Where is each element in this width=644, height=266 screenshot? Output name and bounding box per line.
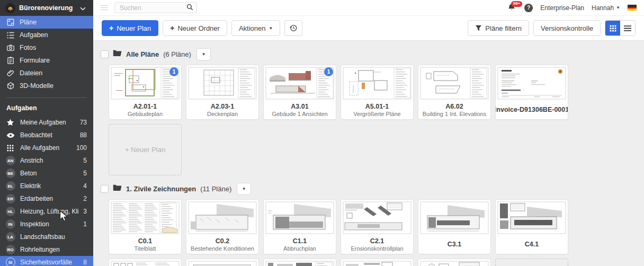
section-plan-count: (6 Pläne)	[163, 50, 191, 58]
plan-card[interactable]: C1.1 Abbruchplan	[263, 199, 336, 254]
task-item-label: Sicherheitsvorfälle	[20, 259, 78, 266]
sidebar-nav-item[interactable]: Aufgaben	[0, 29, 93, 41]
plan-card[interactable]: A5.01-1 Vergrößerte Pläne	[341, 65, 414, 120]
plan-card[interactable]: C3.1	[418, 199, 491, 254]
task-item-count: 3	[83, 208, 87, 215]
plan-code: A5.01-1	[365, 103, 389, 110]
sidebar-nav-item[interactable]: Formulare	[0, 54, 93, 67]
plans-toolbar: + Neuer Plan + Neuer Ordner Aktionen ▼ P…	[93, 16, 644, 41]
plan-code: Invoice-D91306BE-0001	[496, 106, 568, 113]
plan-card[interactable]: A6.02 Building 1 Int. Elevations	[418, 65, 491, 120]
version-control-button[interactable]: Versionskontrolle	[533, 20, 601, 36]
search-icon[interactable]	[186, 3, 193, 13]
sidebar-task-item[interactable]: Alle Aufgaben 100	[0, 141, 93, 154]
plan-name: Vergrößerte Pläne	[353, 111, 400, 117]
new-plan-placeholder-card[interactable]: + Neuer Plan	[109, 124, 182, 175]
help-button[interactable]: ?	[524, 4, 533, 12]
filter-plans-button[interactable]: Pläne filtern	[468, 20, 529, 36]
menu-icon[interactable]	[101, 5, 108, 11]
plan-thumbnail	[187, 66, 257, 100]
sidebar-task-item[interactable]: ER Erdarbeiten 2	[0, 192, 93, 205]
plan-card[interactable]: C2.1 Erosionskontrollplan	[341, 199, 414, 254]
actions-menu-button[interactable]: Aktionen ▼	[231, 20, 281, 36]
plan-card[interactable]: C0.2 Bestehende Konditionen	[186, 199, 259, 254]
task-item-count: 5	[83, 157, 87, 164]
nav-item-label: 3D-Modelle	[20, 82, 53, 90]
plan-thumbnail	[497, 66, 567, 100]
plan-code: C4.1	[525, 241, 539, 248]
section-select-checkbox[interactable]	[101, 185, 109, 193]
category-badge: EL	[6, 181, 15, 191]
task-icon: BE	[5, 169, 15, 178]
tasks-icon	[6, 32, 14, 39]
plan-card[interactable]: Invoice-D91306BE-0001	[495, 65, 568, 120]
plan-grid: C0.1 Titelblatt C0.2 Bestehende Konditio…	[109, 199, 644, 266]
task-item-label: Inspektion	[20, 220, 78, 228]
plan-card-labels: A5.01-1 Vergrößerte Pläne	[341, 100, 413, 119]
plan-code: A2.01-1	[133, 103, 157, 110]
plan-card-labels: A6.02 Building 1 Int. Elevations	[418, 100, 490, 119]
task-item-count: 4	[83, 182, 87, 190]
enterprise-plan-link[interactable]: Enterprise-Plan	[540, 4, 584, 12]
plan-thumbnail	[265, 201, 335, 235]
version-history-button[interactable]	[284, 20, 302, 36]
sidebar-task-item[interactable]: LA Landschaftsbau	[0, 230, 93, 243]
plan-card[interactable]	[186, 259, 259, 266]
section-title: 1. Zivile Zeichnungen	[126, 185, 196, 193]
sidebar-task-item[interactable]: RO Rohrleitungen	[0, 243, 93, 256]
search-input[interactable]	[120, 4, 186, 12]
task-icon: SI	[5, 258, 15, 266]
sidebar-task-item[interactable]: IN Inspektion 1	[0, 218, 93, 230]
plan-thumbnail	[265, 260, 335, 266]
section-select-checkbox[interactable]	[101, 50, 109, 58]
new-plan-button[interactable]: + Neuer Plan	[102, 20, 158, 36]
sidebar-task-item[interactable]: Meine Aufgaben 73	[0, 116, 93, 129]
plan-card[interactable]: 1 A3.01 Gebäude 1 Ansichten	[263, 65, 336, 120]
plan-card[interactable]: C4.1	[495, 199, 568, 254]
plan-thumbnail	[419, 66, 489, 100]
plan-thumbnail	[110, 201, 180, 235]
sidebar-task-item[interactable]: Beobachtet 88	[0, 129, 93, 141]
project-switcher[interactable]: Bürorenovierung	[0, 0, 93, 16]
plan-card[interactable]	[263, 259, 336, 266]
plan-name: Abbruchplan	[283, 245, 316, 252]
section-menu-button[interactable]: ▼	[237, 183, 251, 195]
folder-open-icon	[113, 184, 122, 193]
sidebar-task-item[interactable]: AN Anstrich 5	[0, 154, 93, 167]
plan-card[interactable]	[341, 259, 414, 266]
sidebar: Bürorenovierung Pläne Aufgaben Fotos For…	[0, 0, 93, 266]
grid-icon	[5, 145, 15, 152]
task-icon: EL	[5, 181, 15, 191]
plus-icon: +	[170, 24, 174, 32]
new-folder-button[interactable]: + Neuer Ordner	[163, 20, 227, 36]
plan-card[interactable]	[418, 259, 491, 266]
sidebar-nav-item[interactable]: Dateien	[0, 67, 93, 79]
nav-item-label: Fotos	[20, 44, 36, 51]
app-window: Bürorenovierung Pläne Aufgaben Fotos For…	[0, 0, 644, 266]
sidebar-nav-item[interactable]: Fotos	[0, 41, 93, 54]
sidebar-task-item[interactable]: BE Beton 5	[0, 167, 93, 180]
plan-card[interactable]: C0.1 Titelblatt	[109, 199, 182, 254]
sidebar-task-item[interactable]: HL Heizung, Lüftung, Klima 3	[0, 205, 93, 218]
german-flag-icon[interactable]	[628, 5, 637, 11]
nav-item-label: Formulare	[20, 57, 50, 64]
notification-count-badge: 99+	[511, 1, 522, 7]
plan-card-labels: C3.1	[418, 235, 490, 254]
plan-name: Deckenplan	[207, 111, 238, 117]
camera-icon	[6, 45, 14, 51]
sidebar-task-item[interactable]: SI Sicherheitsvorfälle 8	[0, 256, 93, 266]
plan-card[interactable]: A2.03-1 Deckenplan	[186, 65, 259, 120]
plan-task-count-badge: 1	[324, 67, 333, 76]
user-menu[interactable]: Hannah ▼	[592, 4, 620, 12]
list-view-button[interactable]	[620, 21, 635, 36]
notifications-button[interactable]: 99+	[507, 3, 517, 13]
grid-view-button[interactable]	[605, 21, 620, 36]
section-menu-button[interactable]: ▼	[196, 48, 211, 60]
new-plan-placeholder-card[interactable]: + Neuer Plan	[495, 259, 568, 266]
task-icon: IN	[5, 219, 15, 229]
sidebar-nav-item[interactable]: Pläne	[0, 16, 93, 29]
plan-card[interactable]: 1 A2.01-1 Gebäudeplan	[109, 65, 182, 120]
plan-card[interactable]	[109, 259, 182, 266]
sidebar-task-item[interactable]: EL Elektrik 4	[0, 180, 93, 192]
sidebar-nav-item[interactable]: 3D-Modelle	[0, 79, 93, 92]
